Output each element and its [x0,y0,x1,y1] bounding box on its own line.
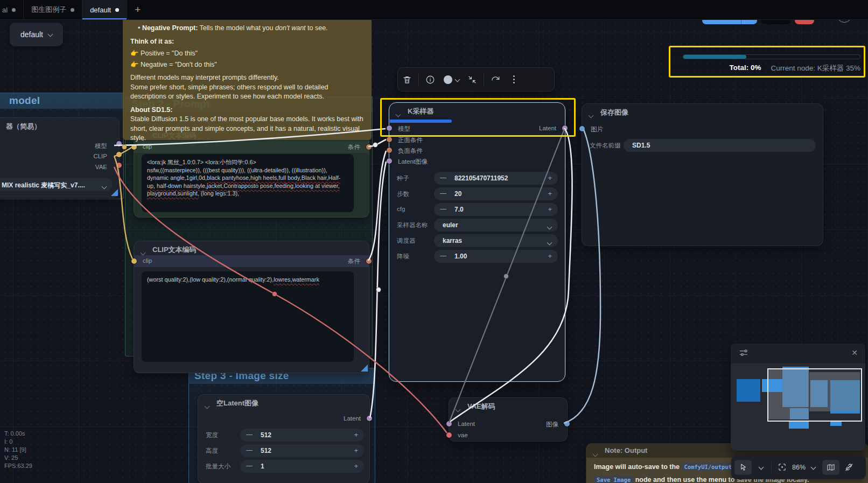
negative-prompt-textarea[interactable]: (worst quality:2),(low quality:2),(norma… [142,271,354,362]
increment-icon[interactable]: + [354,462,358,470]
node-load-checkpoint[interactable]: 器（简易） 模型 CLIP VAE MIX realistic 麦橘写实_v7.… [0,117,120,198]
decrement-icon[interactable]: — [246,431,253,438]
output-dot-latent[interactable] [367,416,372,421]
input-dot-vae[interactable] [446,432,452,438]
divider [418,74,419,86]
minimap-settings-button[interactable] [738,347,749,358]
node-empty-latent-image[interactable]: 空Latent图像 Latent 宽度 — 512 + 高度 — 512 [198,394,370,483]
chevron-down-icon [548,223,551,230]
new-tab-button[interactable]: + [127,0,148,19]
progress-bar-fill [683,55,746,59]
decrement-icon[interactable]: — [440,252,446,260]
node-title: 保存图像 [600,108,628,117]
output-dot-vae[interactable] [116,163,122,168]
node-ksampler[interactable]: K采样器 模型 正面条件 负面条件 Latent图像 Latent 种子 — 8… [389,102,565,382]
output-dot-latent[interactable] [562,125,568,131]
prompt-text: (worst quality:2),(low quality:2),(norma… [147,276,274,283]
widget-scheduler[interactable]: 调度器 karras [389,234,565,247]
input-dot-clip[interactable] [131,144,137,150]
input-dot-negative[interactable] [387,148,392,153]
output-dot-model[interactable] [116,141,122,146]
output-dot-image[interactable] [564,421,570,426]
decrement-icon[interactable]: — [440,190,446,197]
pointer-tool-button[interactable] [734,460,752,475]
group-step1-title: model [9,95,40,107]
node-clip-text-encode-negative[interactable]: CLIP文本编码 clip 条件 (worst quality:2),(low … [134,241,369,373]
input-dot-latent[interactable] [387,158,392,164]
increment-icon[interactable]: + [548,252,552,260]
widget-filename-prefix[interactable]: 文件名前缀 SD1.5 [582,139,823,152]
ckpt-name-combo[interactable]: MIX realistic 麦橘写实_v7.... [0,178,113,191]
output-dot-cond[interactable] [366,144,372,150]
increment-icon[interactable]: + [548,205,552,213]
collapse-chevron-icon[interactable] [205,401,209,410]
resize-handle[interactable] [361,365,368,372]
minimap-content[interactable] [731,364,865,451]
workflow-tab-bar: al 图生图例子 default + [0,0,868,20]
collapse-chevron-icon[interactable] [396,109,400,118]
input-dot-model[interactable] [387,125,392,131]
note-prompt-overlay[interactable]: • Negative Prompt: Tells the model what … [123,19,372,140]
tab-al[interactable]: al [0,0,24,19]
increment-icon[interactable]: + [354,431,358,439]
graph-canvas[interactable]: model Step 2 - Prompt Step 3 - Image siz… [0,19,868,483]
node-title: K采样器 [408,107,433,116]
collapse-chevron-icon[interactable] [589,110,593,120]
widget-cfg[interactable]: cfg — 7.0 + [389,203,565,216]
tab-img2img-example[interactable]: 图生图例子 [24,0,82,19]
input-dot-clip[interactable] [131,258,137,264]
increment-icon[interactable]: + [354,446,358,454]
fit-view-button[interactable] [775,463,789,472]
output-dot-clip[interactable] [116,152,122,157]
minimap-toggle-button[interactable] [822,460,839,475]
collapse-node-button[interactable] [463,75,481,85]
decrement-icon[interactable]: — [246,446,253,454]
widget-label: 调度器 [397,237,416,245]
input-dot-positive[interactable] [387,137,392,142]
refresh-node-button[interactable] [486,75,505,85]
note-para2: Some prefer short, simple phrases; other… [130,83,364,102]
minimap-close-button[interactable]: ✕ [851,348,858,357]
input-dot-image[interactable] [579,126,585,131]
note-about-title: About SD1.5: [130,106,364,115]
stat-iterations: I: 0 [4,438,32,446]
collapse-chevron-icon[interactable] [593,449,597,458]
zoom-chevron[interactable] [808,465,818,469]
widget-denoise[interactable]: 降噪 — 1.00 + [389,250,565,263]
increment-icon[interactable]: + [548,190,552,198]
tab-label: 图生图例子 [31,5,66,15]
decrement-icon[interactable]: — [246,462,253,470]
decrement-icon[interactable]: — [440,174,446,181]
selection-toolbox [397,67,555,92]
more-options-button[interactable] [505,79,523,80]
widget-batch-size[interactable]: 批量大小 — 1 + [198,460,369,473]
minimap-viewport[interactable] [767,368,862,422]
progress-bar-track [683,54,860,59]
node-save-image[interactable]: 保存图像 图片 文件名前缀 SD1.5 [582,103,823,246]
toggle-links-button[interactable] [842,463,856,472]
positive-prompt-textarea[interactable]: <lora:jk 黑丝_1.0:0.7> <lora:小怡同学:0.6> nsf… [142,154,354,212]
input-label-latent: Latent图像 [398,158,428,166]
delete-node-button[interactable] [398,75,416,85]
collapse-chevron-icon[interactable] [456,404,460,414]
note-think-line: Think of it as: [130,37,364,47]
workflow-dropdown[interactable]: default [10,23,63,46]
decrement-icon[interactable]: — [440,205,446,213]
increment-icon[interactable]: + [548,174,552,182]
pointer-tool-chevron[interactable] [754,465,768,469]
widget-width[interactable]: 宽度 — 512 + [198,429,369,442]
widget-seed[interactable]: 种子 — 822105470711952 + [389,172,565,185]
resize-handle[interactable] [111,189,118,196]
input-dot-latent[interactable] [446,421,452,426]
unsaved-dot [12,8,16,12]
tab-default[interactable]: default [82,0,127,19]
zoom-level-label[interactable]: 86% [792,464,806,471]
node-vae-decode[interactable]: VAE解码 Latent vae 图像 [449,397,568,442]
widget-steps[interactable]: 步数 — 20 + [389,187,565,200]
node-info-button[interactable] [421,75,439,85]
node-color-button[interactable] [439,75,463,84]
output-dot-cond[interactable] [366,258,372,264]
widget-sampler-name[interactable]: 采样器名称 euler [389,219,565,232]
widget-height[interactable]: 高度 — 512 + [198,444,369,457]
info-icon [425,75,435,85]
